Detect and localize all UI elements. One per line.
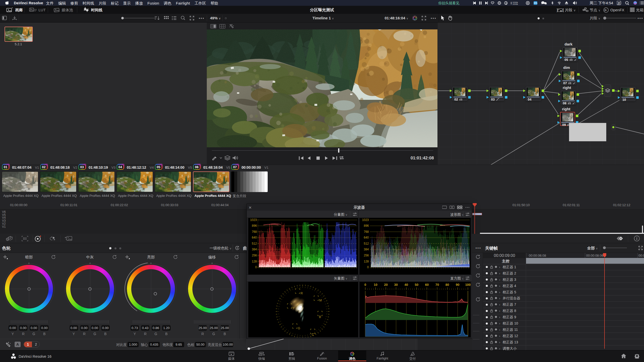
svg-text:1023: 1023: [250, 218, 257, 222]
svg-text:0: 0: [367, 265, 369, 269]
svg-text:10: 10: [374, 283, 377, 287]
svg-text:0.0 K/s: 0.0 K/s: [513, 2, 518, 3]
svg-text:640: 640: [252, 236, 257, 239]
svg-text:512: 512: [252, 242, 257, 245]
svg-text:70: 70: [435, 283, 439, 287]
svg-text:B: B: [319, 315, 321, 319]
svg-text:1023: 1023: [362, 218, 369, 222]
svg-text:640: 640: [364, 236, 369, 239]
svg-text:128: 128: [252, 260, 257, 263]
svg-text:256: 256: [252, 254, 257, 257]
svg-text:M: M: [319, 299, 322, 302]
svg-text:100: 100: [465, 283, 471, 287]
svg-text:128: 128: [364, 260, 369, 263]
svg-text:768: 768: [252, 230, 257, 234]
svg-text:R: R: [301, 292, 303, 295]
svg-text:512: 512: [364, 242, 369, 245]
svg-text:384: 384: [364, 248, 369, 251]
svg-text:60: 60: [425, 283, 429, 287]
svg-text:768: 768: [364, 230, 369, 234]
svg-text:40: 40: [405, 283, 408, 287]
svg-text:拼: 拼: [618, 2, 620, 5]
svg-text:896: 896: [364, 224, 369, 228]
svg-text:256: 256: [364, 254, 369, 257]
svg-text:0: 0: [364, 283, 366, 287]
svg-text:80: 80: [446, 283, 449, 287]
svg-text:fx: fx: [605, 9, 607, 12]
svg-text:30: 30: [394, 283, 398, 287]
svg-text:C: C: [312, 333, 314, 336]
svg-text:384: 384: [252, 248, 257, 251]
svg-text:896: 896: [252, 224, 257, 228]
svg-text:G: G: [298, 327, 300, 330]
svg-text:90: 90: [456, 283, 459, 287]
svg-text:20: 20: [384, 283, 388, 287]
svg-text:0.0 K/s: 0.0 K/s: [513, 3, 518, 5]
svg-text:50: 50: [415, 283, 418, 287]
svg-text:0: 0: [255, 265, 257, 269]
